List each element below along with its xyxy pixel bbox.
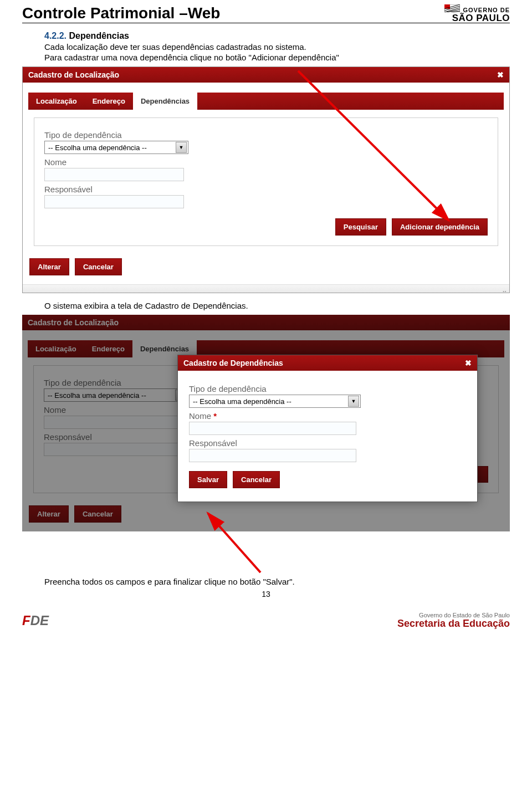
select-tipo[interactable]: -- Escolha uma dependência -- ▼ [189, 395, 361, 408]
document-title: Controle Patrimonial –Web [22, 4, 220, 22]
flag-icon [444, 4, 460, 13]
cancel-button[interactable]: Cancelar [75, 258, 122, 275]
cancel-button[interactable]: Cancelar [233, 471, 280, 488]
modal-header: Cadastro de Localização ✖ [23, 67, 509, 83]
tab-bar: Localização Endereço Dependências [28, 93, 504, 110]
alter-button[interactable]: Alterar [29, 258, 69, 275]
modal-title: Cadastro de Localização [28, 70, 119, 79]
paragraph: Preencha todos os campos e para finaliza… [44, 577, 510, 586]
label-tipo: Tipo de dependência [44, 130, 488, 140]
label-responsavel: Responsável [44, 185, 488, 194]
popup-title: Cadastro de Dependências [183, 359, 283, 367]
close-icon[interactable]: ✖ [497, 70, 504, 79]
close-icon[interactable]: ✖ [465, 359, 472, 367]
section-title: Dependências [69, 31, 129, 40]
input-responsavel[interactable] [189, 449, 356, 462]
popup-dependencias: Cadastro de Dependências ✖ Tipo de depen… [177, 355, 478, 502]
document-header: Controle Patrimonial –Web GOVERNO DE SÃO… [22, 0, 510, 23]
gov-logo: GOVERNO DE SÃO PAULO [444, 4, 510, 23]
chevron-down-icon: ▼ [348, 396, 359, 407]
paragraph: O sistema exibira a tela de Cadastro de … [44, 301, 510, 310]
save-button[interactable]: Salvar [189, 471, 227, 488]
paragraph: Para cadastrar uma nova dependência cliq… [44, 53, 510, 62]
form-area: Tipo de dependência -- Escolha uma depen… [34, 117, 498, 246]
label-nome: Nome * [189, 411, 466, 421]
select-tipo[interactable]: -- Escolha uma dependência -- ▼ [44, 141, 188, 154]
popup-form: Tipo de dependência -- Escolha uma depen… [183, 376, 472, 496]
fde-logo: FDE [22, 613, 49, 628]
resize-grip-icon[interactable]: ⣀ [23, 284, 509, 293]
secretaria-logo: Governo do Estado de São Paulo Secretari… [397, 612, 510, 630]
add-dependency-button[interactable]: Adicionar dependência [392, 218, 488, 236]
popup-header: Cadastro de Dependências ✖ [178, 355, 477, 371]
label-nome: Nome [44, 157, 488, 167]
input-responsavel[interactable] [44, 195, 184, 208]
chevron-down-icon: ▼ [176, 142, 187, 153]
paragraph: Cada localização deve ter suas dependênc… [44, 42, 510, 52]
input-nome[interactable] [189, 422, 356, 435]
modal-header-dim: Cadastro de Localização [22, 315, 510, 330]
search-button[interactable]: Pesquisar [335, 218, 386, 236]
document-footer: FDE Governo do Estado de São Paulo Secre… [0, 610, 532, 632]
tab-endereco[interactable]: Endereço [85, 93, 133, 110]
label-responsavel: Responsável [189, 438, 466, 448]
page-number: 13 [22, 590, 510, 598]
input-nome[interactable] [44, 168, 184, 181]
screenshot-2: Cadastro de Localização Localização Ende… [22, 315, 510, 572]
section-number: 4.2.2. [44, 31, 66, 40]
tab-dependencias[interactable]: Dependências [133, 93, 197, 110]
tab-localizacao[interactable]: Localização [28, 93, 85, 110]
label-tipo: Tipo de dependência [189, 384, 466, 393]
screenshot-1: Cadastro de Localização ✖ Localização En… [22, 66, 510, 293]
